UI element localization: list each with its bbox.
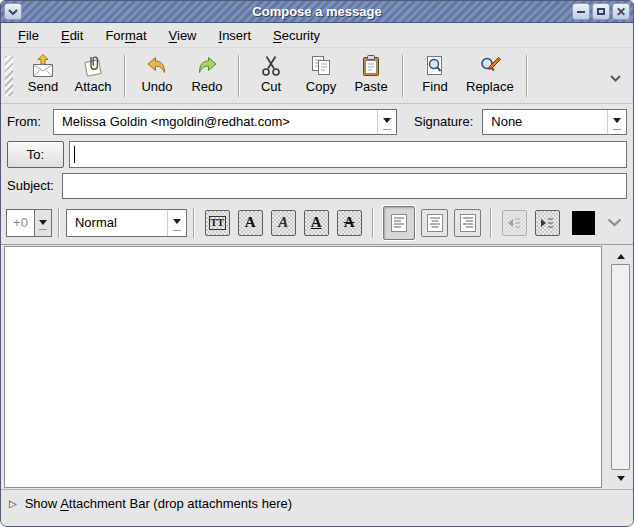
format-toolbar: +0 Normal TT A A A A — [1, 201, 633, 245]
copy-button[interactable]: Copy — [296, 52, 346, 100]
toolbar-button-label: Send — [28, 79, 58, 94]
cut-button[interactable]: Cut — [246, 52, 296, 100]
toolbar-button-label: Copy — [306, 79, 336, 94]
signature-value: None — [483, 114, 607, 129]
subject-label: Subject: — [7, 178, 62, 193]
from-value: Melissa Goldin <mgoldin@redhat.com> — [54, 114, 377, 129]
find-icon — [423, 54, 447, 78]
menu-file[interactable]: File — [7, 25, 50, 46]
chevron-down-icon — [610, 75, 621, 82]
find-button[interactable]: Find — [410, 52, 460, 100]
font-size-value: +0 — [7, 210, 34, 236]
indent-button[interactable] — [535, 210, 560, 236]
to-input[interactable] — [69, 141, 627, 168]
toolbar-overflow-button[interactable] — [602, 66, 629, 89]
maximize-button[interactable] — [592, 3, 610, 20]
toolbar-button-label: Paste — [354, 79, 387, 94]
font-size-select[interactable]: +0 — [6, 209, 52, 237]
underline-icon: A — [311, 215, 322, 230]
replace-icon — [478, 54, 502, 78]
undo-icon — [145, 54, 169, 78]
vertical-scrollbar[interactable] — [611, 247, 630, 487]
italic-toggle[interactable]: A — [271, 210, 296, 236]
cut-icon — [259, 54, 283, 78]
menu-security[interactable]: Security — [262, 25, 331, 46]
paste-button[interactable]: Paste — [346, 52, 396, 100]
align-center-icon — [426, 213, 444, 233]
toolbar-button-label: Replace — [466, 79, 514, 94]
send-mail-icon — [31, 54, 55, 78]
unindent-button[interactable] — [502, 210, 527, 236]
redo-button[interactable]: Redo — [182, 52, 232, 100]
attachment-bar[interactable]: ▷ Show Attachment Bar (drop attachments … — [1, 489, 633, 527]
align-left-icon — [390, 213, 408, 233]
to-row: To: — [1, 139, 633, 170]
send-button[interactable]: Send — [18, 52, 68, 100]
toolbar-separator — [490, 208, 492, 238]
subject-row: Subject: — [1, 170, 633, 201]
from-select[interactable]: Melissa Goldin <mgoldin@redhat.com> — [53, 109, 397, 135]
align-left-toggle[interactable] — [383, 206, 416, 240]
minimize-button[interactable] — [572, 3, 590, 20]
menu-format[interactable]: Format — [94, 25, 157, 46]
to-button[interactable]: To: — [7, 141, 64, 168]
triangle-right-icon: ▷ — [9, 498, 17, 509]
indent-icon — [538, 214, 556, 232]
toolbar-separator — [124, 55, 126, 97]
subject-input[interactable] — [62, 173, 627, 199]
menu-view[interactable]: View — [158, 25, 208, 46]
window-menu-icon — [8, 9, 18, 15]
format-overflow-button[interactable] — [601, 213, 628, 232]
toolbar-drag-handle[interactable] — [5, 56, 13, 96]
signature-select[interactable]: None — [482, 109, 627, 135]
typewriter-icon: TT — [209, 216, 226, 230]
strikethrough-toggle[interactable]: A — [337, 210, 362, 236]
signature-label: Signature: — [414, 114, 473, 129]
window-menu-button[interactable] — [4, 3, 22, 20]
bold-toggle[interactable]: A — [238, 210, 263, 236]
copy-icon — [309, 54, 333, 78]
align-right-icon — [459, 213, 477, 233]
triangle-up-icon — [617, 250, 625, 259]
replace-button[interactable]: Replace — [460, 52, 520, 100]
message-body-input[interactable] — [4, 246, 602, 488]
scroll-up-button[interactable] — [611, 247, 630, 264]
title-bar[interactable]: Compose a message ✕ — [1, 1, 633, 23]
paragraph-style-select[interactable]: Normal — [66, 209, 187, 237]
toolbar-separator — [372, 208, 374, 238]
scroll-down-button[interactable] — [611, 470, 630, 487]
redo-icon — [195, 54, 219, 78]
toolbar-button-label: Undo — [141, 79, 172, 94]
text-caret — [74, 146, 75, 163]
main-toolbar: Send Attach Undo Redo — [1, 48, 633, 104]
paste-icon — [359, 54, 383, 78]
attach-button[interactable]: Attach — [68, 52, 118, 100]
chevron-down-icon — [34, 210, 51, 236]
toolbar-button-label: Redo — [191, 79, 222, 94]
menu-insert[interactable]: Insert — [208, 25, 263, 46]
toolbar-separator — [193, 208, 195, 238]
close-button[interactable]: ✕ — [612, 3, 630, 20]
minimize-icon — [577, 11, 585, 13]
strikethrough-icon: A — [344, 215, 355, 230]
font-color-button[interactable] — [572, 211, 595, 235]
unindent-icon — [505, 214, 523, 232]
align-right-toggle[interactable] — [454, 209, 481, 237]
underline-toggle[interactable]: A — [304, 210, 329, 236]
typewriter-toggle[interactable]: TT — [205, 210, 230, 236]
undo-button[interactable]: Undo — [132, 52, 182, 100]
attachment-icon — [81, 54, 105, 78]
align-center-toggle[interactable] — [421, 209, 448, 237]
scrollbar-thumb[interactable] — [611, 264, 630, 470]
toolbar-button-label: Attach — [75, 79, 112, 94]
chevron-down-icon — [607, 110, 626, 134]
close-icon: ✕ — [616, 6, 626, 18]
menu-edit[interactable]: Edit — [50, 25, 94, 46]
chevron-down-icon — [607, 218, 622, 227]
window-title: Compose a message — [1, 1, 633, 23]
toolbar-separator — [526, 55, 528, 97]
from-row: From: Melissa Goldin <mgoldin@redhat.com… — [1, 104, 633, 139]
toolbar-button-label: Find — [422, 79, 447, 94]
message-body-area — [1, 245, 633, 489]
toolbar-separator — [402, 55, 404, 97]
